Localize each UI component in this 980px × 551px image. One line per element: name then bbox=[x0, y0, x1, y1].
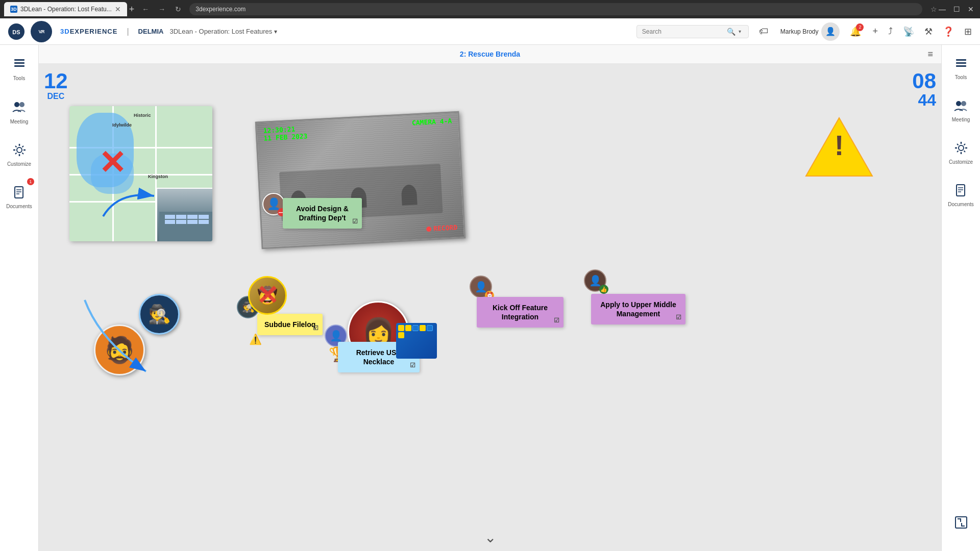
browser-actions: ☆ bbox=[930, 5, 937, 13]
map-arrow bbox=[98, 181, 159, 221]
address-bar[interactable] bbox=[189, 3, 922, 15]
section-title-bar: 2: Rescue Brenda ≡ bbox=[39, 45, 941, 63]
warning-triangle: ! bbox=[803, 114, 875, 175]
svg-point-6 bbox=[19, 102, 24, 107]
svg-point-20 bbox=[959, 145, 964, 151]
svg-point-5 bbox=[14, 102, 19, 107]
brand-3dexperience: 3DEXPERIENCE bbox=[60, 28, 117, 35]
notification-bell[interactable]: 🔔 2 bbox=[850, 26, 861, 37]
svg-rect-4 bbox=[14, 65, 24, 67]
date-month: DEC bbox=[44, 92, 68, 101]
cctv-record-indicator: RECORD bbox=[426, 223, 458, 233]
date-day: 12 bbox=[44, 70, 68, 92]
documents-label: Documents bbox=[6, 204, 32, 209]
user-avatar[interactable]: 👤 bbox=[821, 22, 840, 41]
avoid-design-avatar: 👤 — bbox=[262, 193, 285, 215]
search-icon[interactable]: 🔍 bbox=[727, 28, 736, 36]
search-dropdown-icon[interactable]: ▾ bbox=[739, 29, 741, 34]
char-detective: 🕵 bbox=[139, 294, 180, 335]
right-sidebar-item-meeting[interactable]: Meeting bbox=[949, 95, 973, 126]
project-breadcrumb: 3DLean - Operation: Lost Features ▾ bbox=[169, 28, 277, 35]
app-container: DS V.R 3DEXPERIENCE | DELMIA 3DLean - Op… bbox=[0, 18, 980, 551]
search-input[interactable] bbox=[642, 28, 724, 35]
hamburger-menu[interactable]: ≡ bbox=[927, 49, 933, 60]
add-icon[interactable]: + bbox=[872, 26, 878, 37]
browser-nav-controls: ← → ↻ bbox=[138, 2, 185, 16]
sticky-avoid-design[interactable]: Avoid Design & Drafting Dep't ☑ bbox=[283, 198, 362, 229]
search-bar: 🔍 ▾ bbox=[636, 25, 749, 38]
tab-close-button[interactable]: ✕ bbox=[115, 5, 121, 13]
subdue-x-overlay: ✕ bbox=[250, 278, 285, 313]
subdue-target-avatar: 🤠 ✕ bbox=[248, 276, 287, 315]
tag-icon[interactable]: 🏷 bbox=[759, 26, 768, 37]
app-logo: DS bbox=[8, 23, 24, 40]
tools-icon[interactable]: ⚒ bbox=[924, 26, 933, 37]
right-sidebar: Tools Meeting bbox=[941, 45, 980, 551]
date-left: 12 DEC bbox=[44, 70, 68, 101]
time-display: 08 44 bbox=[912, 70, 936, 108]
map-label-historic: Historic bbox=[134, 113, 151, 118]
customize-sidebar-icon bbox=[12, 143, 27, 159]
right-sidebar-item-documents[interactable]: Documents bbox=[945, 180, 977, 210]
content-area: Tools Meeting bbox=[0, 45, 980, 551]
sticky-kickoff[interactable]: Kick Off Feature Integration ☑ bbox=[477, 297, 564, 328]
back-button[interactable]: ← bbox=[138, 2, 153, 16]
svg-rect-21 bbox=[957, 185, 965, 196]
share-icon[interactable]: ⤴ bbox=[888, 26, 893, 37]
apply-upper-avatar: 👤 👍 bbox=[584, 269, 606, 292]
scroll-down-indicator[interactable]: ⌄ bbox=[484, 529, 496, 546]
right-meeting-icon bbox=[953, 98, 968, 115]
window-controls: — ☐ ✕ bbox=[937, 5, 976, 13]
subdue-checkbox[interactable]: ☑ bbox=[313, 324, 318, 333]
time-minute: 44 bbox=[912, 92, 936, 108]
bookmark-icon[interactable]: ☆ bbox=[930, 5, 937, 13]
reload-button[interactable]: ↻ bbox=[171, 2, 185, 16]
sidebar-item-tools[interactable]: Tools bbox=[9, 53, 30, 84]
sticky-apply-upper[interactable]: Apply to Upper Middle Management ☑ bbox=[591, 294, 685, 324]
meeting-sidebar-icon bbox=[12, 99, 26, 117]
user-logo-circle[interactable]: V.R bbox=[31, 21, 52, 42]
kickoff-checkbox[interactable]: ☑ bbox=[554, 317, 559, 325]
forward-button[interactable]: → bbox=[155, 2, 169, 16]
breadcrumb-chevron[interactable]: ▾ bbox=[274, 28, 277, 35]
sidebar-item-meeting[interactable]: Meeting bbox=[7, 96, 32, 128]
right-sidebar-item-tools[interactable]: Tools bbox=[951, 53, 971, 83]
sticky-subdue[interactable]: Subdue Fileloq ☑ bbox=[257, 314, 323, 335]
usb-item-visual bbox=[396, 323, 437, 359]
svg-rect-8 bbox=[15, 187, 23, 198]
retrieve-usb-checkbox[interactable]: ☑ bbox=[410, 362, 415, 370]
right-customize-label: Customize bbox=[949, 159, 973, 165]
svg-rect-2 bbox=[14, 59, 24, 61]
new-tab-button[interactable]: + bbox=[129, 4, 135, 15]
active-tab[interactable]: 3D 3DLean - Operation: Lost Featu... ✕ bbox=[4, 2, 127, 16]
right-sidebar-fullscreen[interactable] bbox=[951, 512, 971, 533]
sidebar-item-customize[interactable]: Customize bbox=[4, 140, 34, 170]
warning-exclamation: ! bbox=[835, 131, 844, 160]
svg-text:DS: DS bbox=[12, 29, 20, 35]
documents-sidebar-icon bbox=[12, 185, 26, 202]
broadcast-icon[interactable]: 📡 bbox=[903, 26, 914, 37]
map-widget[interactable]: Historic Idylwilde Kingston ✕ bbox=[69, 106, 212, 241]
svg-rect-15 bbox=[956, 59, 966, 61]
main-canvas: 2: Rescue Brenda ≡ 12 DEC 08 44 bbox=[39, 45, 941, 551]
brand-separator: | bbox=[127, 27, 129, 36]
section-title: 2: Rescue Brenda bbox=[460, 50, 520, 58]
help-icon[interactable]: ❓ bbox=[943, 26, 954, 37]
tab-favicon: 3D bbox=[10, 6, 17, 13]
grid-icon[interactable]: ⊞ bbox=[964, 26, 972, 37]
detective-character-avatar: 🕵 bbox=[139, 294, 180, 335]
map-x-mark: ✕ bbox=[99, 146, 126, 179]
customize-label: Customize bbox=[7, 161, 31, 167]
right-sidebar-item-customize[interactable]: Customize bbox=[946, 138, 976, 168]
right-documents-label: Documents bbox=[948, 202, 974, 207]
map-background: Historic Idylwilde Kingston ✕ bbox=[69, 106, 212, 241]
minimize-button[interactable]: — bbox=[937, 5, 947, 13]
apply-upper-checkbox[interactable]: ☑ bbox=[676, 314, 681, 322]
subdue-target-container: 🤠 ✕ bbox=[248, 276, 287, 315]
maximize-button[interactable]: ☐ bbox=[951, 5, 962, 13]
tools-label: Tools bbox=[13, 76, 25, 81]
notification-count: 2 bbox=[856, 23, 864, 31]
sidebar-item-documents[interactable]: Documents 1 bbox=[3, 182, 35, 212]
avoid-design-checkbox[interactable]: ☑ bbox=[352, 218, 358, 226]
close-window-button[interactable]: ✕ bbox=[966, 5, 976, 13]
